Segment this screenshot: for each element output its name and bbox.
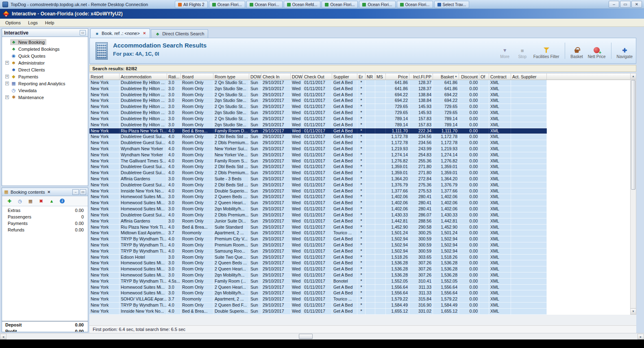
delete-button[interactable]: ✖ <box>37 197 45 205</box>
scroll-left-icon[interactable]: ◄ <box>0 334 7 339</box>
column-header-room-type[interactable]: Room type <box>213 73 249 80</box>
collapse-panel-button[interactable]: ▭ <box>80 30 86 35</box>
table-row[interactable]: New YorkDoubletree By Hilton ...3.0Room … <box>89 80 630 86</box>
sidebar-item-quick-quotes[interactable]: ◉Quick Quotes <box>2 52 88 59</box>
restore-button[interactable]: ▭ <box>620 1 631 8</box>
table-row[interactable]: New YorkThe Gallivant Times S...4.0Room … <box>89 158 630 164</box>
tab-close-icon[interactable]: ✕ <box>143 31 146 35</box>
menu-item-logs[interactable]: Logs <box>24 19 41 26</box>
table-row[interactable]: New YorkDoubletree By Hilton ...3.0Room … <box>89 116 630 122</box>
column-header-act-supplier[interactable]: Act. Supplier <box>511 73 547 80</box>
table-row[interactable]: New YorkHomewood Suites Mi...3.0Room Onl… <box>89 266 630 272</box>
table-row[interactable]: New YorkHomewood Suites Mi...3.0Room Onl… <box>89 272 630 279</box>
table-row[interactable]: New YorkDoubletree By Hilton ...3.0Room … <box>89 92 630 98</box>
clock-button[interactable]: ◷ <box>16 197 24 205</box>
sidebar-item-payments[interactable]: +◆Payments <box>2 73 88 80</box>
table-row[interactable]: New YorkDoubletree Guest Sui...4.0Room O… <box>89 182 630 188</box>
table-row[interactable]: New YorkTRYP By Wyndham Ti...4.5s...Room… <box>89 279 630 285</box>
more-button[interactable]: ▼More <box>498 46 511 59</box>
table-row[interactable]: New YorkHomewood Suites Mi...3.0Room Onl… <box>89 200 630 206</box>
horizontal-scrollbar[interactable]: ◄ ► <box>0 333 644 339</box>
tab-book-ref-none[interactable]: ■Book. ref .: <none>✕ <box>90 28 150 38</box>
table-row[interactable]: New YorkHomewood Suites Mi...3.0Room Onl… <box>89 260 630 266</box>
scroll-down-icon[interactable]: ▼ <box>631 308 636 314</box>
table-row[interactable]: New YorkInnside New York No...4.0Bed & B… <box>89 309 630 315</box>
sidebar-item-maintenance[interactable]: +✱Maintenance <box>2 94 88 101</box>
info-button[interactable]: i <box>59 197 66 205</box>
taskbar-tab[interactable]: Ocean Flori... <box>246 1 283 8</box>
vertical-scrollbar[interactable]: ▲ ▼ <box>630 73 636 315</box>
expand-icon[interactable]: + <box>5 95 9 99</box>
basket-add-button[interactable]: ▦ <box>27 197 34 205</box>
table-row[interactable]: New YorkAffinia Gardens3.0Room OnlySuite… <box>89 176 630 182</box>
horizontal-scroll-thumb[interactable] <box>299 334 313 339</box>
table-row[interactable]: New YorkMidtown East Apartm...3.7Roomonl… <box>89 230 630 236</box>
sidebar-item-administrator[interactable]: +☻Administrator <box>2 59 88 66</box>
sidebar-item-reporting-and-analytics[interactable]: +▦Reporting and Analytics <box>2 80 88 87</box>
column-header-dow[interactable]: DOW <box>249 73 261 80</box>
column-header-resort[interactable]: Resort <box>89 73 120 80</box>
navigate-button[interactable]: ✚Navigate <box>617 46 633 59</box>
close-button[interactable]: ✕ <box>631 1 642 8</box>
booking-contents-restore-button[interactable]: ▭ <box>80 189 86 195</box>
column-header-rati[interactable]: Rati... <box>167 73 181 80</box>
column-header-er[interactable]: Er <box>357 73 366 80</box>
table-row[interactable]: New YorkHomewood Suites Mi...3.0Room Onl… <box>89 290 630 296</box>
taskbar-tab[interactable]: Ocean Flori... <box>209 1 245 8</box>
table-row[interactable]: New YorkWyndham New Yorker4.0Room OnlyNe… <box>89 146 630 152</box>
minimize-button[interactable]: – <box>609 1 619 8</box>
expand-icon[interactable]: + <box>5 61 9 65</box>
table-row[interactable]: New YorkHomewood Suites Mi...3.0Room Onl… <box>89 285 630 291</box>
column-header-contract[interactable]: Contract <box>489 73 511 80</box>
upload-button[interactable]: ▲ <box>48 197 55 205</box>
table-row[interactable]: New YorkDoubletree Guest Sui...4.0Room O… <box>89 134 630 140</box>
column-header-basket[interactable]: Basket▼ <box>433 73 459 80</box>
column-header-board[interactable]: Board <box>181 73 213 80</box>
column-header-of[interactable]: Of <box>479 73 489 80</box>
expand-icon[interactable]: + <box>5 75 9 78</box>
menu-item-options[interactable]: Options <box>2 19 24 26</box>
expand-icon[interactable]: + <box>5 82 9 85</box>
taskbar-tab[interactable]: Ocean Refd... <box>284 1 321 8</box>
column-header-discount[interactable]: Discount <box>459 73 479 80</box>
nett-price-button[interactable]: Nett Price <box>588 46 606 59</box>
table-row[interactable]: New YorkDoubletree By Hilton ...3.0Room … <box>89 122 630 128</box>
table-row[interactable]: New YorkRiu Plaza New York Ti...4.0Bed &… <box>89 225 630 231</box>
scroll-right-icon[interactable]: ► <box>637 334 644 339</box>
add-button[interactable]: ✚ <box>6 197 13 205</box>
table-row[interactable]: New YorkTRYP By Wyndham Ti...4.0Room Onl… <box>89 249 630 255</box>
table-row[interactable]: New YorkInnside New York No...4.0Room On… <box>89 188 630 195</box>
column-header-incl-fl-pp[interactable]: Incl.Fl.PP <box>409 73 433 80</box>
table-row[interactable]: New YorkDoubletree By Hilton ...3.0Room … <box>89 104 630 110</box>
table-row[interactable]: New YorkDoubletree Guest Sui...4.0Room O… <box>89 212 630 218</box>
scroll-up-icon[interactable]: ▲ <box>631 73 636 80</box>
basket-button[interactable]: Basket <box>570 46 583 59</box>
table-row[interactable]: New YorkDoubletree Guest Sui...4.0Room O… <box>89 164 630 170</box>
column-header-check-in[interactable]: Check In <box>261 73 291 80</box>
taskbar-tab[interactable]: Ocean Flori... <box>359 1 395 8</box>
column-header-nr[interactable]: NR <box>366 73 375 80</box>
column-header-ms[interactable]: MS <box>375 73 386 80</box>
booking-contents-close-icon[interactable]: ✕ <box>46 190 51 194</box>
table-row[interactable]: New YorkSOHO/ VILLAGE Apar...3.7Roomonly… <box>89 296 630 303</box>
table-row[interactable]: New YorkRiu Plaza New York Ti...4.0Bed &… <box>89 128 630 134</box>
table-row[interactable]: New YorkTRYP By Wyndham Ti...4.0Room Onl… <box>89 303 630 309</box>
tab-direct-clients-search[interactable]: ♣Direct Clients Search <box>151 29 208 38</box>
vertical-scroll-thumb[interactable] <box>631 80 635 190</box>
table-row[interactable]: New YorkDoubletree By Hilton ...3.0Room … <box>89 86 630 92</box>
menu-item-help[interactable]: Help <box>41 19 58 26</box>
column-header-dow[interactable]: DOW <box>291 73 303 80</box>
booking-contents-minimize-button[interactable]: – <box>72 189 79 195</box>
table-row[interactable]: New YorkDoubletree By Hilton ...3.0Room … <box>89 110 630 116</box>
sidebar-item-new-booking[interactable]: ♣New Booking <box>2 39 88 45</box>
sidebar-item-viewdata[interactable]: ◷Viewdata <box>2 87 88 94</box>
table-row[interactable]: New YorkDoubletree By Hilton ...3.0Room … <box>89 98 630 104</box>
table-row[interactable]: New YorkHomewood Suites Mi...3.0Room Onl… <box>89 194 630 200</box>
table-row[interactable]: New YorkDoubletree Guest Sui...4.0Room O… <box>89 140 630 146</box>
stop-button[interactable]: ■Stop <box>516 46 529 59</box>
sidebar-item-completed-bookings[interactable]: ♣Completed Bookings <box>2 45 88 52</box>
column-header-price[interactable]: Price <box>386 73 409 80</box>
table-row[interactable]: New YorkEdison Hotel3.0Room OnlySuite Tw… <box>89 255 630 261</box>
taskbar-tab[interactable]: Ocean Flori... <box>397 1 433 8</box>
table-row[interactable]: New YorkDoubletree Guest Sui...4.0Room O… <box>89 170 630 176</box>
